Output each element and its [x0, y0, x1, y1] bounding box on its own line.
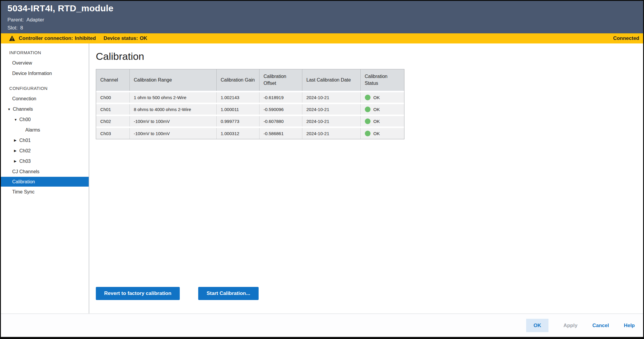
parent-label: Parent:: [7, 17, 24, 23]
table-row-ch03: Ch03 -100mV to 100mV 1.000312 -0.586861 …: [96, 127, 404, 139]
col-header-calibration-status: Calibration Status: [360, 69, 404, 91]
device-status-label: Device status:: [104, 35, 138, 41]
col-header-calibration-range: Calibration Range: [129, 69, 216, 91]
cell-channel: Ch01: [96, 103, 129, 115]
sidebar-item-calibration[interactable]: Calibration: [1, 177, 89, 187]
calibration-actions: Revert to factory calibration Start Cali…: [96, 287, 259, 300]
cancel-button[interactable]: Cancel: [592, 323, 609, 329]
sidebar-item-overview[interactable]: Overview: [1, 58, 89, 68]
dialog-footer: OK Apply Cancel Help: [1, 313, 643, 337]
col-header-calibration-offset: Calibration Offset: [259, 69, 302, 91]
device-status: Device status:OK: [104, 35, 147, 41]
slot-info: Slot:8: [7, 24, 637, 32]
table-header-row: Channel Calibration Range Calibration Ga…: [96, 69, 404, 91]
connection-state: Connected: [613, 35, 639, 41]
cell-channel: Ch00: [96, 91, 129, 103]
cell-offset: -0.607880: [259, 115, 302, 127]
cell-status: OK: [360, 115, 404, 127]
status-ok-icon: [365, 95, 371, 100]
cell-offset: -0.618919: [259, 91, 302, 103]
slot-value: 8: [20, 25, 23, 31]
cell-gain: 1.000011: [216, 103, 259, 115]
nav-section-information: INFORMATION: [1, 47, 89, 58]
slot-label: Slot:: [7, 25, 18, 31]
cell-gain: 1.002143: [216, 91, 259, 103]
body: INFORMATION Overview Device Information …: [1, 43, 643, 313]
sidebar-item-time-sync[interactable]: Time Sync: [1, 187, 89, 197]
warning-triangle-icon: [9, 35, 15, 41]
sidebar-item-ch01[interactable]: Ch01: [1, 135, 89, 146]
window-title: 5034-IRT4I, RTD_module: [7, 3, 637, 13]
cell-date: 2024-10-21: [302, 103, 360, 115]
page-heading: Calibration: [96, 51, 643, 62]
cell-channel: Ch03: [96, 127, 129, 139]
cell-range: 8 ohms to 4000 ohms 2-Wire: [129, 103, 216, 115]
status-ok-icon: [365, 107, 371, 112]
main-content: Calibration Channel Calibration Range Ca…: [89, 43, 643, 313]
col-header-channel: Channel: [96, 69, 129, 91]
help-button[interactable]: Help: [624, 323, 635, 329]
col-header-calibration-gain: Calibration Gain: [216, 69, 259, 91]
chevron-right-icon[interactable]: [14, 149, 19, 153]
table-row-ch01: Ch01 8 ohms to 4000 ohms 2-Wire 1.000011…: [96, 103, 404, 115]
cell-status: OK: [360, 127, 404, 139]
controller-connection-value: Inhibited: [75, 35, 96, 41]
sidebar-item-ch00[interactable]: Ch00: [1, 114, 89, 125]
cell-channel: Ch02: [96, 115, 129, 127]
sidebar-item-ch02[interactable]: Ch02: [1, 146, 89, 156]
cell-offset: -0.590096: [259, 103, 302, 115]
sidebar-item-connection[interactable]: Connection: [1, 93, 89, 104]
chevron-down-icon[interactable]: [14, 118, 19, 121]
nav-section-configuration: CONFIGURATION: [1, 83, 89, 93]
chevron-down-icon[interactable]: [7, 107, 13, 111]
table-row-ch02: Ch02 -100mV to 100mV 0.999773 -0.607880 …: [96, 115, 404, 127]
start-calibration-button[interactable]: Start Calibration...: [198, 287, 258, 300]
sidebar-item-ch03[interactable]: Ch03: [1, 156, 89, 166]
parent-info: Parent:Adapter: [7, 16, 637, 24]
cell-range: -100mV to 100mV: [129, 127, 216, 139]
status-bar: Controller connection:Inhibited Device s…: [1, 33, 643, 43]
status-ok-icon: [365, 131, 371, 136]
cell-date: 2024-10-21: [302, 127, 360, 139]
calibration-table: Channel Calibration Range Calibration Ga…: [96, 69, 404, 139]
device-status-value: OK: [140, 35, 147, 41]
sidebar-item-cj-channels[interactable]: CJ Channels: [1, 166, 89, 177]
sidebar-item-channels[interactable]: Channels: [1, 104, 89, 114]
module-properties-window: 5034-IRT4I, RTD_module Parent:Adapter Sl…: [0, 0, 644, 339]
cell-date: 2024-10-21: [302, 115, 360, 127]
apply-button[interactable]: Apply: [563, 323, 577, 329]
sidebar-item-device-information[interactable]: Device Information: [1, 68, 89, 79]
revert-to-factory-calibration-button[interactable]: Revert to factory calibration: [96, 287, 180, 300]
table-row-ch00: Ch00 1 ohm to 500 ohms 2-Wire 1.002143 -…: [96, 91, 404, 103]
navigation-sidebar: INFORMATION Overview Device Information …: [1, 43, 89, 313]
controller-connection-status: Controller connection:Inhibited: [19, 35, 96, 41]
cell-status: OK: [360, 91, 404, 103]
titlebar: 5034-IRT4I, RTD_module Parent:Adapter Sl…: [1, 1, 643, 33]
cell-offset: -0.586861: [259, 127, 302, 139]
cell-range: -100mV to 100mV: [129, 115, 216, 127]
cell-range: 1 ohm to 500 ohms 2-Wire: [129, 91, 216, 103]
ok-button[interactable]: OK: [526, 319, 549, 332]
chevron-right-icon[interactable]: [14, 138, 19, 142]
cell-status: OK: [360, 103, 404, 115]
controller-connection-label: Controller connection:: [19, 35, 73, 41]
cell-gain: 0.999773: [216, 115, 259, 127]
chevron-right-icon[interactable]: [14, 159, 19, 163]
cell-date: 2024-10-21: [302, 91, 360, 103]
cell-gain: 1.000312: [216, 127, 259, 139]
col-header-last-calibration-date: Last Calibration Date: [302, 69, 360, 91]
sidebar-item-alarms[interactable]: Alarms: [1, 125, 89, 135]
status-ok-icon: [365, 118, 371, 124]
parent-value: Adapter: [26, 17, 44, 23]
